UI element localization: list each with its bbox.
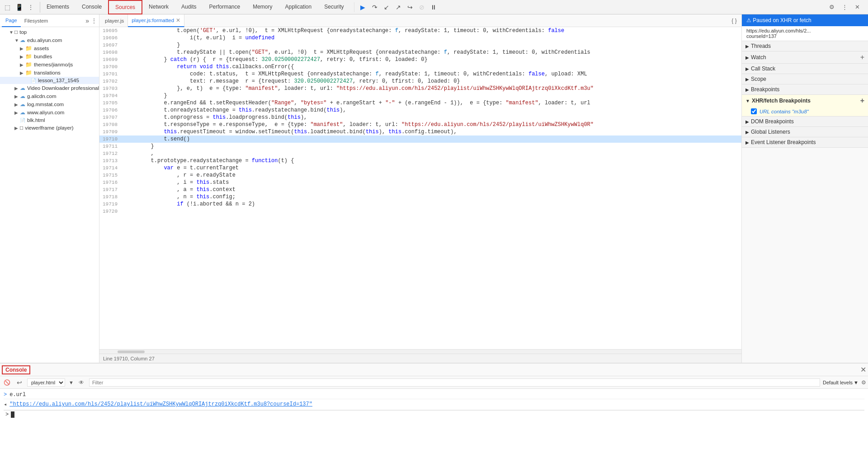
tree-item-themes[interactable]: ▶ 📁 themes/jianmo/js [0,61,99,69]
code-line-19719: 19719 if (!i.aborted && n = 2) [99,201,741,208]
editor-tab-close-icon[interactable]: ✕ [176,17,180,23]
code-container[interactable]: 19695 t.open('GET', e.url, !0), t = XMLH… [99,27,741,349]
console-filter-row: 🚫 ↩ player.html ▼ 👁 Default levels ▼ ⚙ [0,376,868,389]
tab-performance[interactable]: Performance [203,0,246,14]
watch-add-icon[interactable]: + [860,53,864,61]
horizontal-scrollbar[interactable] [99,349,741,354]
step-out-button[interactable]: ↗ [393,2,403,12]
section-global: ▶ Global Listeners [742,127,868,137]
tree-item-translations[interactable]: ▶ 📁 translations [0,69,99,77]
section-event-arrow: ▶ [745,140,749,145]
section-scope-header[interactable]: ▶ Scope [742,74,868,84]
editor-tabs: player.js player.js:formatted ✕ { } [99,14,741,27]
device-icon[interactable]: 📱 [14,2,24,13]
section-threads-arrow: ▶ [745,44,749,49]
console-filter-input[interactable] [89,378,820,387]
section-dom: ▶ DOM Breakpoints [742,117,868,127]
tree-item-assets[interactable]: ▶ 📁 assets [0,44,99,52]
section-dom-header[interactable]: ▶ DOM Breakpoints [742,117,868,126]
settings-icon[interactable]: ⚙ [826,2,837,13]
section-xhr-header[interactable]: ▼ XHR/fetch Breakpoints + [742,95,868,107]
console-levels-select[interactable]: Default levels ▼ [823,380,859,385]
code-line-19704: 19704 } [99,92,741,99]
xhr-breakpoint-checkbox[interactable] [751,108,757,114]
sidebar-tab-page[interactable]: Page [2,14,21,27]
code-line-19705: 19705 e.rangeEnd && t.setRequestHeader("… [99,99,741,107]
tree-item-blk[interactable]: 📄 blk.html [0,117,99,124]
section-watch-header[interactable]: ▶ Watch + [742,51,868,63]
step-button[interactable]: ↪ [405,2,415,12]
section-breakpoints-header[interactable]: ▶ Breakpoints [742,84,868,94]
inspect-icon[interactable]: ⬚ [2,2,13,13]
console-area: Console ✕ 🚫 ↩ player.html ▼ 👁 Default le… [0,363,868,453]
step-into-button[interactable]: ↙ [382,2,392,12]
code-line-19697: 19697 } [99,42,741,49]
section-watch-arrow: ▶ [745,55,749,60]
console-input-line: > [4,410,864,419]
tree-item-bundles[interactable]: ▶ 📁 bundles [0,52,99,61]
sidebar-tab-filesystem[interactable]: Filesystem [21,14,52,27]
tree-item-alicdn[interactable]: ▶ ☁ g.alicdn.com [0,92,99,100]
h-scroll-thumb[interactable] [118,350,145,353]
tab-memory[interactable]: Memory [246,0,278,14]
tree-item-mmstat[interactable]: ▶ ☁ log.mmstat.com [0,100,99,108]
section-threads-header[interactable]: ▶ Threads [742,41,868,51]
console-settings-icon[interactable]: ⚙ [861,379,866,386]
console-back-icon[interactable]: ↩ [14,378,24,388]
editor-tab-label: player.js [105,18,124,23]
code-line-19706: 19706 t.onreadystatechange = this.readys… [99,107,741,114]
tab-sources[interactable]: Sources [108,0,142,14]
tree-item-viewerlframe[interactable]: ▶ □ viewerlframe (player) [0,124,99,132]
tab-elements[interactable]: Elements [40,0,75,14]
console-cursor [11,411,14,418]
tab-security[interactable]: Security [318,0,350,14]
section-xhr: ▼ XHR/fetch Breakpoints + URL contains "… [742,95,868,117]
console-input-prompt: > [5,411,9,418]
code-line-19717: 19717 , a = this.context [99,186,741,193]
more-icon[interactable]: ⋮ [25,2,36,13]
tab-application[interactable]: Application [279,0,318,14]
section-xhr-arrow: ▼ [745,98,750,103]
tree-item-top[interactable]: ▼ □ top [0,28,99,36]
editor-tab-playerjs[interactable]: player.js [101,14,128,27]
tab-network[interactable]: Network [142,0,175,14]
section-breakpoints: ▶ Breakpoints [742,84,868,95]
more-options-icon[interactable]: ⋮ [839,2,850,13]
xhr-add-icon[interactable]: + [860,97,864,105]
pause-exceptions-button[interactable]: ⏸ [429,2,439,12]
tree-item-lesson[interactable]: 📄 lesson_137_1545 [0,77,99,84]
tree-item-video-dl[interactable]: ▶ ☁ Video Downloader professional [0,84,99,92]
console-toolbar: Console ✕ [0,364,868,376]
section-callstack-header[interactable]: ▶ Call Stack [742,64,868,74]
sidebar-tree: ▼ □ top ▼ ☁ edu.aliyun.com ▶ 📁 assets [0,27,99,363]
clear-console-icon[interactable]: 🚫 [2,378,12,388]
console-close-icon[interactable]: ✕ [860,365,866,374]
tab-console[interactable]: Console [75,0,108,14]
console-prompt: > [4,392,7,398]
console-content: > e.url ◂ "https://edu.aliyun.com/hls/24… [0,389,868,453]
tree-item-www-aliyun[interactable]: ▶ ☁ www.aliyun.com [0,108,99,117]
tab-audits[interactable]: Audits [175,0,203,14]
step-over-button[interactable]: ↷ [370,2,380,12]
code-line-19712: 19712 , [99,150,741,157]
editor-area: player.js player.js:formatted ✕ { } 1969… [99,14,741,363]
levels-chevron-icon: ▼ [854,380,859,385]
code-line-19716: 19716 , i = this.stats [99,179,741,186]
editor-tab-playerjs-formatted[interactable]: player.js:formatted ✕ [128,14,184,27]
deactivate-button[interactable]: ⊘ [417,2,427,12]
resume-button[interactable]: ▶ [358,2,368,12]
console-source-select[interactable]: player.html [27,378,65,387]
section-event-header[interactable]: ▶ Event Listener Breakpoints [742,137,868,147]
status-text: Line 19710, Column 27 [103,356,155,361]
console-visibility-icon[interactable]: 👁 [76,378,86,388]
sidebar-menu-icon[interactable]: ⋮ [91,17,97,24]
section-global-header[interactable]: ▶ Global Listeners [742,127,868,137]
console-result-url[interactable]: "https://edu.aliyun.com/hls/2452/playlis… [9,401,312,407]
close-devtools-icon[interactable]: ✕ [852,2,863,13]
sidebar-more-icon[interactable]: » [85,17,89,24]
code-line-19715: 19715 , r = e.readyState [99,172,741,179]
section-scope-arrow: ▶ [745,77,749,82]
format-icon[interactable]: { } [729,15,740,26]
tree-item-edu-aliyun[interactable]: ▼ ☁ edu.aliyun.com [0,36,99,44]
code-line-19695: 19695 t.open('GET', e.url, !0), t = XMLH… [99,27,741,34]
